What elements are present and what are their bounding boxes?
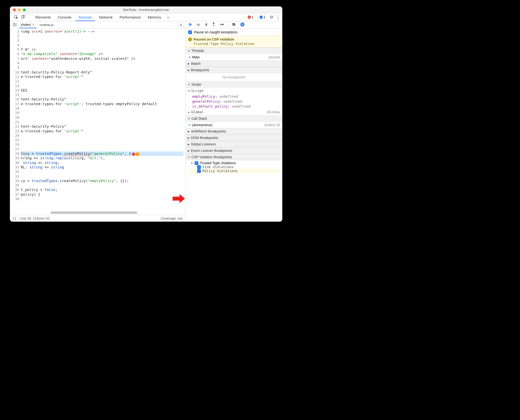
tab-network[interactable]: Network xyxy=(96,13,116,21)
pause-exceptions-button[interactable] xyxy=(240,23,244,27)
svg-rect-16 xyxy=(242,23,242,25)
svg-rect-3 xyxy=(13,23,16,26)
tab-sources[interactable]: Sources xyxy=(76,13,95,21)
close-tab-icon[interactable]: ✕ xyxy=(32,23,35,26)
step-into-button[interactable] xyxy=(205,23,208,27)
pretty-print-icon[interactable]: { } xyxy=(13,216,16,220)
main-tabstrip: Elements Console Sources Network Perform… xyxy=(10,13,282,21)
section-scope[interactable]: ▼Scope xyxy=(186,81,282,88)
svg-marker-6 xyxy=(190,23,192,26)
tab-console[interactable]: Console xyxy=(55,13,75,21)
step-button[interactable] xyxy=(219,23,224,27)
section-breakpoints[interactable]: ▶Breakpoints xyxy=(186,67,282,73)
source-pane: (index)✕ runtime.js ▶ 123456789101112131… xyxy=(10,21,186,222)
navigator-toggle-icon[interactable] xyxy=(11,22,18,28)
svg-point-15 xyxy=(240,23,244,26)
svg-rect-5 xyxy=(189,23,190,26)
section-xhr[interactable]: ▶XHR/fetch Breakpoints xyxy=(186,128,282,135)
debugger-pane: ✓ Pause on caught exceptions iPaused on … xyxy=(186,21,282,222)
scope-script[interactable]: ▼Script xyxy=(186,88,282,94)
paused-banner: iPaused on CSP violation Trusted Type Po… xyxy=(186,36,282,47)
checkbox-checked-icon: ✓ xyxy=(188,30,192,34)
tabs-overflow-button[interactable]: » xyxy=(165,14,171,20)
section-global-listeners[interactable]: ▶Global Listeners xyxy=(186,141,282,147)
scope-var: generalPolicy: undefined xyxy=(186,99,282,104)
svg-marker-18 xyxy=(173,194,185,203)
step-out-button[interactable] xyxy=(212,23,215,27)
checkbox-checked-icon: ✓ xyxy=(197,169,201,173)
file-tab-runtime[interactable]: runtime.js xyxy=(38,22,55,28)
more-menu-icon[interactable]: ⋮ xyxy=(276,15,280,20)
tab-performance[interactable]: Performance xyxy=(117,13,144,21)
svg-point-8 xyxy=(206,25,207,26)
message-count-badge[interactable]: ≡1 xyxy=(258,15,267,20)
checkbox-checked-icon: ✓ xyxy=(195,161,198,165)
deactivate-breakpoints-button[interactable] xyxy=(232,23,236,27)
device-toolbar-icon[interactable] xyxy=(21,15,25,20)
svg-point-13 xyxy=(223,24,224,25)
section-threads[interactable]: ▼Threads xyxy=(186,47,282,54)
section-csp[interactable]: ▼CSP Violation Breakpoints xyxy=(186,154,282,160)
svg-point-10 xyxy=(213,25,214,26)
horizontal-scrollbar[interactable] xyxy=(21,211,183,214)
cursor-position: Line 28, Column 42 xyxy=(20,216,50,220)
checkbox-checked-icon: ✓ xyxy=(197,165,201,169)
csp-sink-violations[interactable]: ✓Sink Violations xyxy=(188,165,280,169)
pause-caught-checkbox-row[interactable]: ✓ Pause on caught exceptions xyxy=(186,29,282,36)
section-callstack[interactable]: ▼Call Stack xyxy=(186,115,282,122)
code-editor[interactable]: 1234567891011121314151617181920212223242… xyxy=(10,29,185,215)
section-dom[interactable]: ▶DOM Breakpoints xyxy=(186,135,282,141)
tab-elements[interactable]: Elements xyxy=(32,13,54,21)
coverage-status: Coverage: n/a xyxy=(161,216,182,220)
titlebar: DevTools - tt-enforced.glitch.me/ xyxy=(10,6,282,13)
settings-icon[interactable]: ⚙ xyxy=(270,15,273,20)
svg-point-7 xyxy=(198,25,199,26)
file-tab-index[interactable]: (index)✕ xyxy=(19,22,37,28)
scope-var: is_default_policy: undefined xyxy=(186,104,282,109)
csp-trusted-type-root[interactable]: ▼✓Trusted Type Violations xyxy=(188,161,280,165)
scope-global[interactable]: ▶GlobalWindow xyxy=(186,109,282,115)
tab-memory[interactable]: Memory xyxy=(145,13,164,21)
section-watch[interactable]: ▶Watch xyxy=(186,60,282,67)
step-over-button[interactable] xyxy=(196,23,201,27)
inspect-element-icon[interactable] xyxy=(14,15,18,20)
callstack-frame[interactable]: ➔(anonymous)(index):28 xyxy=(186,122,282,128)
annotation-arrow-icon xyxy=(173,194,185,203)
debugger-toolbar xyxy=(186,21,282,29)
window-title: DevTools - tt-enforced.glitch.me/ xyxy=(10,8,282,12)
resume-button[interactable] xyxy=(188,23,192,27)
status-bar: { } Line 28, Column 42 Coverage: n/a xyxy=(10,215,185,222)
info-icon: i xyxy=(188,38,192,41)
section-event-listeners[interactable]: ▶Event Listener Breakpoints xyxy=(186,147,282,154)
thread-main-row[interactable]: ➔Mainpaused xyxy=(186,54,282,60)
error-count-badge[interactable]: ✕1 xyxy=(246,15,255,20)
no-breakpoints-label: No breakpoints xyxy=(186,73,282,81)
svg-rect-1 xyxy=(22,15,24,18)
scope-var: emptyPolicy: undefined xyxy=(186,94,282,99)
csp-policy-violations[interactable]: ✓Policy Violations xyxy=(188,169,280,173)
svg-rect-17 xyxy=(243,23,243,25)
run-snippet-icon[interactable]: ▶ xyxy=(179,23,184,27)
file-tabs: (index)✕ runtime.js ▶ xyxy=(10,21,185,29)
devtools-window: DevTools - tt-enforced.glitch.me/ Elemen… xyxy=(10,6,282,222)
